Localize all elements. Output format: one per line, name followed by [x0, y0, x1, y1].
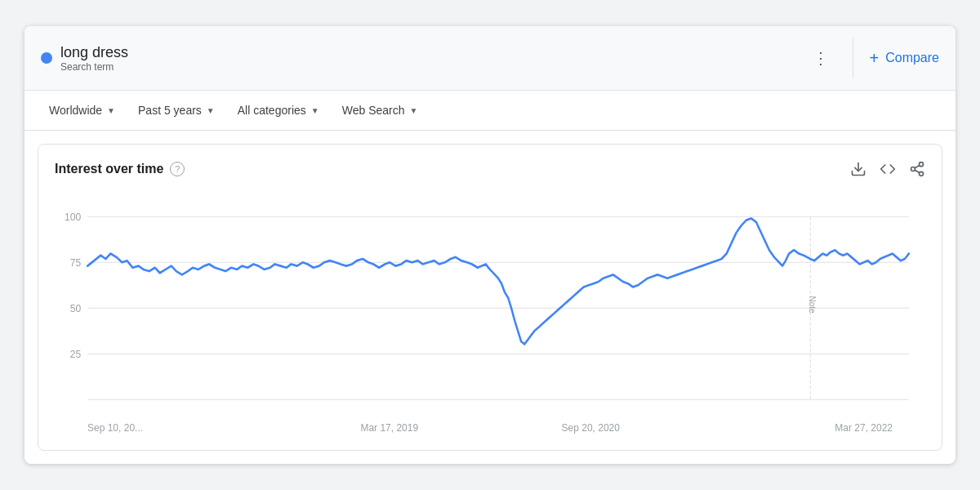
compare-plus-icon: +	[870, 49, 880, 68]
search-term-pill: long dress Search term	[41, 44, 806, 73]
share-icon[interactable]	[909, 161, 925, 177]
region-chevron-icon: ▼	[107, 106, 115, 115]
svg-text:50: 50	[70, 302, 81, 314]
region-filter-button[interactable]: Worldwide ▼	[41, 99, 123, 122]
time-chevron-icon: ▼	[207, 106, 215, 115]
vertical-divider	[853, 38, 853, 78]
chart-card: Interest over time ?	[38, 144, 942, 451]
x-axis-labels: Sep 10, 20... Mar 17, 2019 Sep 20, 2020 …	[55, 419, 925, 434]
search-term-name: long dress	[60, 44, 128, 61]
svg-text:100: 100	[65, 211, 81, 222]
main-container: long dress Search term ⋮ + Compare World…	[24, 26, 956, 464]
filters-bar: Worldwide ▼ Past 5 years ▼ All categorie…	[24, 91, 956, 131]
search-term-sublabel: Search term	[60, 61, 128, 73]
svg-line-4	[915, 170, 920, 172]
type-filter-button[interactable]: Web Search ▼	[334, 99, 426, 122]
x-label-4: Mar 27, 2022	[692, 422, 893, 434]
chart-area: 100 75 50 25 Note	[55, 190, 925, 419]
category-filter-label: All categories	[238, 104, 306, 117]
chart-header: Interest over time ?	[55, 161, 925, 177]
x-label-3: Sep 20, 2020	[490, 422, 692, 434]
category-filter-button[interactable]: All categories ▼	[229, 99, 327, 122]
term-dot	[41, 52, 52, 64]
x-label-1: Sep 10, 20...	[87, 422, 289, 434]
more-options-button[interactable]: ⋮	[806, 45, 836, 71]
search-term-text: long dress Search term	[60, 44, 128, 73]
embed-icon[interactable]	[880, 161, 896, 177]
x-label-2: Mar 17, 2019	[289, 422, 491, 434]
help-icon[interactable]: ?	[170, 162, 185, 176]
compare-button[interactable]: + Compare	[870, 49, 940, 68]
chart-title: Interest over time	[55, 162, 163, 176]
svg-line-5	[915, 165, 920, 167]
svg-text:25: 25	[70, 348, 81, 359]
search-bar: long dress Search term ⋮ + Compare	[24, 26, 956, 91]
type-chevron-icon: ▼	[409, 106, 417, 115]
trend-chart-svg: 100 75 50 25	[55, 190, 925, 419]
region-filter-label: Worldwide	[49, 104, 102, 117]
chart-title-group: Interest over time ?	[55, 162, 185, 176]
category-chevron-icon: ▼	[311, 106, 319, 115]
svg-text:75: 75	[70, 256, 81, 268]
time-filter-button[interactable]: Past 5 years ▼	[130, 99, 223, 122]
time-filter-label: Past 5 years	[138, 104, 202, 117]
compare-label: Compare	[885, 51, 939, 65]
download-icon[interactable]	[850, 161, 866, 177]
type-filter-label: Web Search	[342, 104, 405, 117]
note-label: Note	[808, 296, 817, 313]
chart-actions	[850, 161, 925, 177]
